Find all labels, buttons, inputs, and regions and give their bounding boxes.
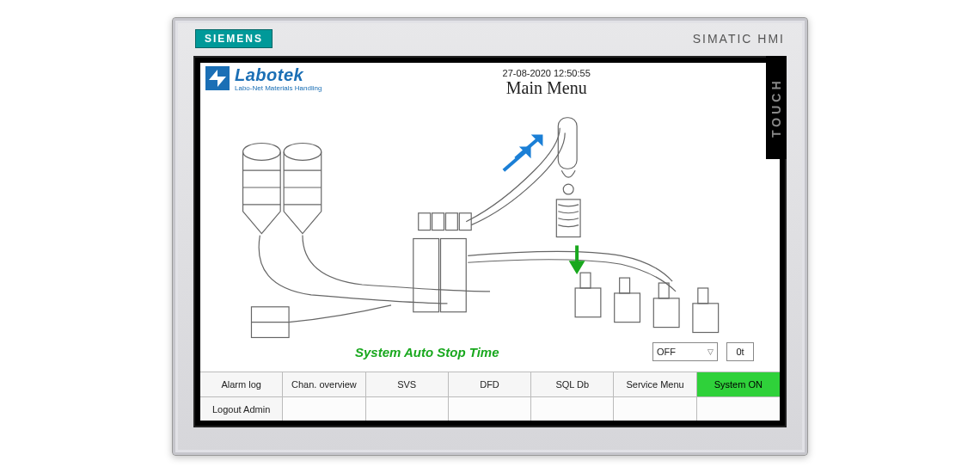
- labotek-logo-sub: Labo-Net Materials Handling: [235, 85, 322, 92]
- svg-rect-13: [432, 213, 444, 230]
- hmi-screen: Labotek Labo-Net Materials Handling 27-0…: [200, 63, 780, 421]
- chevron-down-icon: ▽: [707, 347, 714, 356]
- svg-point-4: [284, 143, 322, 160]
- screen-bezel: TOUCH Labotek Labo-Net Materials Handlin…: [193, 56, 787, 427]
- labotek-logo-icon: [205, 66, 230, 90]
- nav-row2-btn-4: [531, 397, 614, 421]
- svg-rect-16: [558, 118, 577, 169]
- vendor-badge: SIEMENS: [195, 29, 273, 48]
- svg-rect-25: [693, 304, 719, 333]
- svg-rect-26: [698, 288, 708, 304]
- bottom-button-grid: Alarm logChan. overviewSVSDFDSQL DbServi…: [200, 372, 780, 421]
- svg-point-0: [243, 143, 281, 160]
- nav-row2-btn-2: [366, 397, 449, 421]
- process-diagram[interactable]: System Auto Stop Time OFF ▽ 0t: [200, 106, 780, 372]
- nav-row2-btn-0[interactable]: Logout Admin: [200, 397, 283, 421]
- timestamp: 27-08-2020 12:50:55: [322, 68, 771, 78]
- svg-rect-10: [413, 239, 439, 312]
- svg-rect-21: [615, 293, 640, 322]
- auto-stop-dropdown[interactable]: OFF ▽: [652, 342, 718, 361]
- nav-row2-btn-1: [283, 397, 365, 421]
- svg-rect-20: [580, 273, 591, 288]
- page-title: Main Menu: [322, 78, 771, 98]
- nav-row1-btn-1[interactable]: Chan. overview: [283, 372, 365, 396]
- nav-row1-btn-3[interactable]: DFD: [449, 372, 531, 396]
- nav-row1-btn-5[interactable]: Service Menu: [614, 372, 696, 396]
- labotek-logo: Labotek Labo-Net Materials Handling: [205, 66, 322, 92]
- auto-stop-selected: OFF: [657, 347, 676, 357]
- nav-row2-btn-5: [614, 397, 696, 421]
- nav-row2-btn-6: [697, 397, 780, 421]
- nav-row1-btn-0[interactable]: Alarm log: [200, 372, 283, 396]
- model-label: SIMATIC HMI: [693, 32, 785, 46]
- svg-rect-22: [620, 278, 630, 293]
- svg-point-17: [563, 184, 573, 194]
- nav-row2-btn-3: [449, 397, 531, 421]
- hmi-header: Labotek Labo-Net Materials Handling 27-0…: [200, 63, 780, 106]
- auto-stop-value-field[interactable]: 0t: [726, 342, 754, 361]
- svg-rect-23: [653, 298, 679, 328]
- nav-row1-btn-6[interactable]: System ON: [697, 372, 780, 396]
- svg-rect-14: [445, 213, 457, 230]
- svg-marker-32: [572, 262, 582, 271]
- nav-row1-btn-2[interactable]: SVS: [366, 372, 449, 396]
- svg-rect-11: [441, 239, 467, 312]
- svg-rect-15: [459, 213, 471, 230]
- labotek-logo-text: Labotek: [235, 66, 322, 83]
- svg-rect-24: [658, 283, 669, 298]
- process-diagram-svg: [200, 106, 780, 372]
- nav-row1-btn-4[interactable]: SQL Db: [531, 372, 614, 396]
- hmi-device-frame: SIEMENS SIMATIC HMI TOUCH Labotek Labo-N…: [172, 17, 808, 456]
- svg-rect-12: [419, 213, 431, 230]
- auto-stop-label: System Auto Stop Time: [355, 345, 499, 359]
- device-top-bar: SIEMENS SIMATIC HMI: [181, 27, 799, 56]
- svg-rect-19: [575, 288, 601, 317]
